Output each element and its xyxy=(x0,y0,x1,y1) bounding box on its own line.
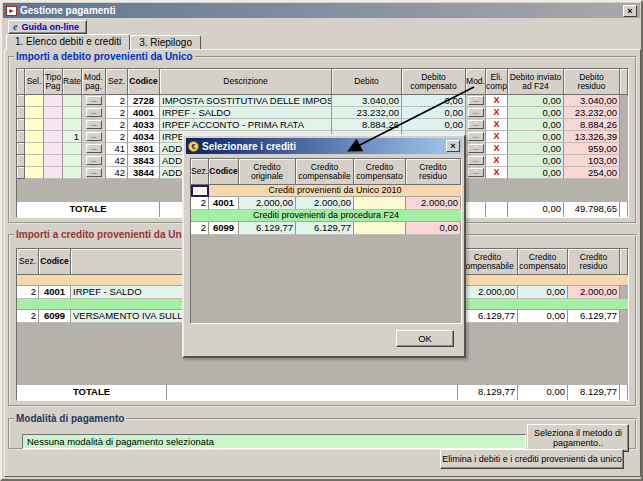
debit-table-header: Sel. Tipo Pag Rate Mod. pag. Sez. Codice… xyxy=(17,69,628,95)
eli-comp-x[interactable]: X xyxy=(486,155,508,167)
mod-pag-button[interactable]: ... xyxy=(86,168,102,177)
col-mod: Mod. xyxy=(466,69,486,95)
mod-pag-button[interactable]: ... xyxy=(86,120,102,129)
sel-cell[interactable] xyxy=(25,107,44,119)
sel-cell[interactable] xyxy=(25,155,44,167)
col-credito-compensabile: Credito compensabile xyxy=(458,249,518,275)
debit-total-f24: 0,00 xyxy=(508,202,564,217)
col-credito-compensato: Credito compensato xyxy=(354,159,406,185)
col-debito-inviato-f24: Debito inviato ad F24 xyxy=(508,69,564,95)
eli-comp-x[interactable]: X xyxy=(486,119,508,131)
credit-total-residuo: 8.129,77 xyxy=(568,385,620,400)
dialog-title-bar: € Selezionare i crediti × xyxy=(186,138,462,154)
mod-pag-button[interactable]: ... xyxy=(86,96,102,105)
mod-button[interactable]: ... xyxy=(468,96,484,105)
mod-button[interactable]: ... xyxy=(468,156,484,165)
mod-pag-button[interactable]: ... xyxy=(86,108,102,117)
debit-row: ... 2 4001 IRPEF - SALDO 23.232,00 0,00 … xyxy=(17,107,628,119)
dialog-group-f24: Crediti provenienti da procedura F24 xyxy=(191,210,461,222)
col-credito-residuo: Credito residuo xyxy=(406,159,461,185)
sel-cell[interactable] xyxy=(25,119,44,131)
payment-status-field: Nessuna modalità di pagamento selezionat… xyxy=(22,434,526,449)
col-codice: Codice xyxy=(209,159,239,185)
eli-comp-x[interactable]: X xyxy=(486,95,508,107)
mod-button[interactable]: ... xyxy=(468,168,484,177)
dialog-close-icon[interactable]: × xyxy=(446,140,460,152)
credit-section-title: Importi a credito provenienti da Unico xyxy=(14,230,198,240)
tab-bar: 1. Elenco debiti e crediti 3. Riepilogo xyxy=(6,34,201,50)
debit-total-residuo: 49.798,65 xyxy=(564,202,620,217)
mod-button[interactable]: ... xyxy=(468,108,484,117)
sel-cell[interactable] xyxy=(25,167,44,179)
ok-button[interactable]: OK xyxy=(396,330,454,347)
dialog-credit-row[interactable]: 2 6099 6.129,77 6.129,77 0,00 xyxy=(191,222,461,235)
col-codice: Codice xyxy=(39,249,71,275)
col-debito-residuo: Debito residuo xyxy=(564,69,620,95)
select-payment-method-button[interactable]: Seleziona il metodo di pagamento.. xyxy=(527,424,629,452)
credit-total-compensato: 0,00 xyxy=(518,385,568,400)
eli-comp-x[interactable]: X xyxy=(486,143,508,155)
focused-cell[interactable] xyxy=(191,185,209,197)
debit-row: ... 2 2728 IMPOSTA SOSTITUTIVA DELLE IMP… xyxy=(17,95,628,107)
gestione-pagamenti-window: ► Gestione pagamenti × e Guida on-line 1… xyxy=(0,0,643,481)
mod-pag-button[interactable]: ... xyxy=(86,156,102,165)
credit-total-label: TOTALE xyxy=(17,385,167,400)
help-button-label: Guida on-line xyxy=(21,22,79,32)
dialog-credit-table: Sez. Codice Credito originale Credito co… xyxy=(190,158,462,324)
col-sez: Sez. xyxy=(106,69,128,95)
eli-comp-x[interactable]: X xyxy=(486,107,508,119)
credit-total-row: TOTALE 8.129,77 0,00 8.129,77 xyxy=(17,385,628,400)
mod-button[interactable]: ... xyxy=(468,132,484,141)
delete-debits-credits-button[interactable]: Elimina i debiti e i crediti provenienti… xyxy=(440,449,624,469)
close-icon[interactable]: × xyxy=(623,5,637,17)
payment-section: Modalità di pagamento Nessuna modalità d… xyxy=(8,414,637,450)
col-rate: Rate xyxy=(63,69,82,95)
sel-cell[interactable] xyxy=(25,143,44,155)
dialog-table-header: Sez. Codice Credito originale Credito co… xyxy=(191,159,461,185)
app-icon: ► xyxy=(6,6,17,16)
col-credito-originale: Credito originale xyxy=(239,159,296,185)
col-tipo-pag: Tipo Pag xyxy=(44,69,63,95)
col-descrizione: Descrizione xyxy=(160,69,332,95)
tab-riepilogo[interactable]: 3. Riepilogo xyxy=(130,35,201,50)
col-sel: Sel. xyxy=(25,69,44,95)
mod-pag-button[interactable]: ... xyxy=(86,144,102,153)
col-codice: Codice xyxy=(128,69,160,95)
sel-cell[interactable] xyxy=(25,95,44,107)
payment-section-title: Modalità di pagamento xyxy=(14,414,126,424)
eli-comp-x[interactable]: X xyxy=(486,131,508,143)
globe-icon: e xyxy=(13,22,17,32)
col-sez: Sez. xyxy=(191,159,209,185)
col-debito: Debito xyxy=(332,69,402,95)
col-mod-pag: Mod. pag. xyxy=(82,69,106,95)
dialog-credit-row[interactable]: 2 4001 2.000,00 2.000,00 2.000,00 xyxy=(191,197,461,210)
col-credito-compensabile: Credito compensabile xyxy=(296,159,354,185)
mod-pag-button[interactable]: ... xyxy=(86,132,102,141)
col-credito-compensato: Credito compensato xyxy=(518,249,568,275)
debit-section-title: Importi a debito provenienti da Unico xyxy=(14,52,195,62)
dialog-title: Selezionare i crediti xyxy=(202,141,443,152)
selezionare-crediti-dialog: € Selezionare i crediti × Sez. Codice Cr… xyxy=(182,134,466,358)
debit-total-label: TOTALE xyxy=(17,202,160,217)
debit-row: ... 2 4033 IRPEF ACCONTO - PRIMA RATA 8.… xyxy=(17,119,628,131)
title-bar: ► Gestione pagamenti × xyxy=(3,3,640,18)
col-credito-residuo: Credito residuo xyxy=(568,249,620,275)
tab-elenco-debiti-crediti[interactable]: 1. Elenco debiti e crediti xyxy=(6,34,130,50)
window-title: Gestione pagamenti xyxy=(20,5,620,16)
sel-cell[interactable] xyxy=(25,131,44,143)
mod-button[interactable]: ... xyxy=(468,120,484,129)
dialog-group-unico: Crediti provenienti da Unico 2010 xyxy=(191,185,461,197)
mod-button[interactable]: ... xyxy=(468,144,484,153)
col-eli-comp: Eli. comp xyxy=(486,69,508,95)
credit-total-compensabile: 8.129,77 xyxy=(458,385,518,400)
dialog-table-filler xyxy=(191,235,461,323)
euro-icon: € xyxy=(188,141,199,152)
col-debito-compensato: Debito compensato xyxy=(402,69,466,95)
eli-comp-x[interactable]: X xyxy=(486,167,508,179)
help-button[interactable]: e Guida on-line xyxy=(8,20,87,34)
col-sez: Sez. xyxy=(17,249,39,275)
